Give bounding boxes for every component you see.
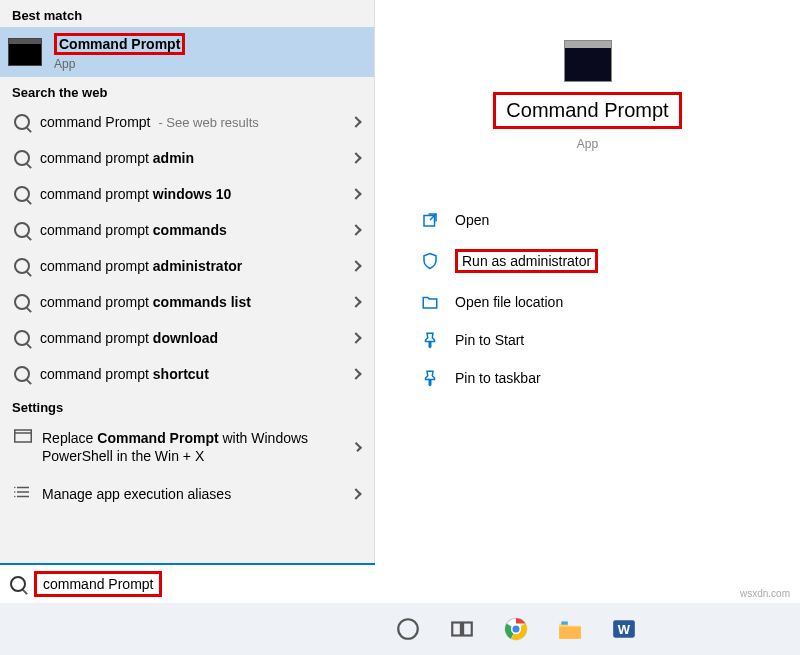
svg-point-5 (14, 487, 16, 489)
details-panel: Command Prompt App Open Run as administr… (375, 0, 800, 600)
action-pin-taskbar[interactable]: Pin to taskbar (415, 359, 780, 397)
chevron-right-icon (350, 152, 361, 163)
list-icon (14, 485, 32, 499)
svg-text:W: W (618, 622, 631, 637)
action-open[interactable]: Open (415, 201, 780, 239)
svg-rect-16 (561, 621, 568, 624)
open-icon (421, 211, 439, 229)
web-result-item[interactable]: command prompt download (0, 320, 374, 356)
best-match-item[interactable]: Command Prompt App (0, 27, 374, 77)
chevron-right-icon (350, 188, 361, 199)
chevron-right-icon (350, 296, 361, 307)
shield-icon (421, 252, 439, 270)
search-icon (14, 114, 30, 130)
web-result-item[interactable]: command prompt commands (0, 212, 374, 248)
settings-item-aliases[interactable]: Manage app execution aliases (0, 475, 374, 513)
app-subtitle: App (395, 137, 780, 151)
search-input[interactable]: command Prompt (34, 571, 162, 597)
cmd-prompt-icon (8, 38, 42, 66)
task-view-icon[interactable] (449, 616, 475, 642)
folder-icon (421, 293, 439, 311)
chevron-right-icon (350, 260, 361, 271)
search-bar[interactable]: command Prompt (0, 563, 375, 603)
svg-rect-15 (559, 627, 581, 639)
app-icon-large (564, 40, 612, 82)
web-result-item[interactable]: command prompt admin (0, 140, 374, 176)
action-file-location[interactable]: Open file location (415, 283, 780, 321)
explorer-icon[interactable] (557, 616, 583, 642)
search-icon (14, 330, 30, 346)
chevron-right-icon (352, 442, 362, 452)
svg-point-7 (14, 496, 16, 498)
web-result-item[interactable]: command prompt administrator (0, 248, 374, 284)
window-icon (14, 429, 32, 443)
search-icon (14, 258, 30, 274)
chevron-right-icon (350, 224, 361, 235)
pin-icon (421, 331, 439, 349)
watermark: wsxdn.com (740, 588, 790, 599)
best-match-header: Best match (0, 0, 374, 27)
web-header: Search the web (0, 77, 374, 104)
svg-point-6 (14, 492, 16, 494)
web-result-item[interactable]: command prompt windows 10 (0, 176, 374, 212)
chevron-right-icon (350, 489, 361, 500)
svg-rect-10 (452, 623, 461, 636)
chevron-right-icon (350, 368, 361, 379)
best-match-subtitle: App (54, 57, 185, 71)
search-icon (14, 186, 30, 202)
pin-icon (421, 369, 439, 387)
svg-rect-11 (463, 623, 472, 636)
settings-item-replace[interactable]: Replace Command Prompt with Windows Powe… (0, 419, 374, 475)
svg-rect-0 (15, 430, 32, 442)
app-title: Command Prompt (493, 92, 681, 129)
svg-point-9 (398, 619, 418, 639)
chevron-right-icon (350, 116, 361, 127)
action-pin-start[interactable]: Pin to Start (415, 321, 780, 359)
search-results-panel: Best match Command Prompt App Search the… (0, 0, 375, 600)
chevron-right-icon (350, 332, 361, 343)
search-icon (14, 222, 30, 238)
web-result-item[interactable]: command prompt shortcut (0, 356, 374, 392)
web-result-item[interactable]: command Prompt - See web results (0, 104, 374, 140)
chrome-icon[interactable] (503, 616, 529, 642)
best-match-title: Command Prompt (54, 33, 185, 55)
web-result-item[interactable]: command prompt commands list (0, 284, 374, 320)
svg-point-14 (512, 625, 521, 634)
action-run-admin[interactable]: Run as administrator (415, 239, 780, 283)
word-icon[interactable]: W (611, 616, 637, 642)
search-icon (14, 150, 30, 166)
cortana-icon[interactable] (395, 616, 421, 642)
settings-header: Settings (0, 392, 374, 419)
search-icon (10, 576, 26, 592)
search-icon (14, 366, 30, 382)
search-icon (14, 294, 30, 310)
taskbar: W (0, 603, 800, 655)
